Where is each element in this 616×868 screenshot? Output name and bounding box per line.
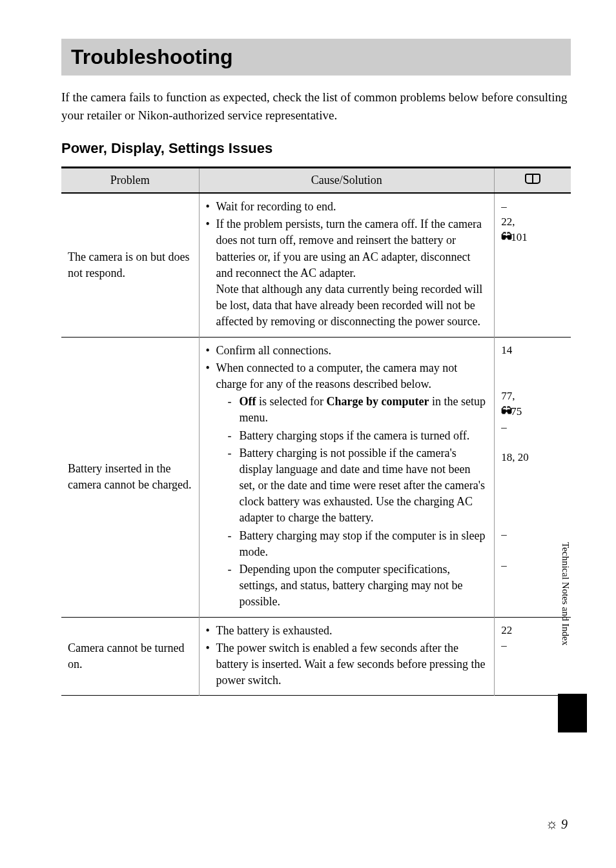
page-number: ☼9 xyxy=(546,816,568,833)
ref-value xyxy=(501,511,564,527)
cause-item: Wait for recording to end. xyxy=(206,199,488,215)
link-icon: 🕶 xyxy=(501,231,511,243)
cause-sub-item: Battery charging stops if the camera is … xyxy=(228,428,488,444)
troubleshooting-table: Problem Cause/Solution The camera is on … xyxy=(61,167,571,696)
cause-sub-item: Depending upon the computer specificatio… xyxy=(228,561,488,611)
cause-item: If the problem persists, turn the camera… xyxy=(206,216,488,330)
section-title: Power, Display, Settings Issues xyxy=(61,140,571,157)
side-tab: Technical Notes and Index xyxy=(551,542,571,736)
link-icon: 🕶 xyxy=(501,405,511,418)
table-row: The camera is on but does not respond. W… xyxy=(61,193,571,337)
problem-cell: Camera cannot be turned on. xyxy=(61,617,199,696)
ref-value: 77, xyxy=(501,389,564,404)
ref-value: 22, xyxy=(501,214,564,230)
ref-value: 🕶75 xyxy=(501,404,564,419)
ref-value: 14 xyxy=(501,343,564,358)
cause-sub-item: Battery charging is not possible if the … xyxy=(228,445,488,527)
ref-value xyxy=(501,373,564,389)
cause-item: When connected to a computer, the camera… xyxy=(206,360,488,611)
ref-value xyxy=(501,465,564,481)
cause-item: The power switch is enabled a few second… xyxy=(206,640,488,689)
side-tab-block xyxy=(558,694,587,732)
book-icon xyxy=(525,174,540,184)
cause-item: Confirm all connections. xyxy=(206,343,488,359)
page-title: Troubleshooting xyxy=(61,39,571,76)
ref-value xyxy=(501,496,564,512)
ref-value xyxy=(501,481,564,496)
sun-icon: ☼ xyxy=(546,816,559,833)
intro-text: If the camera fails to function as expec… xyxy=(61,88,571,124)
header-cause: Cause/Solution xyxy=(199,168,495,194)
ref-value: – xyxy=(501,527,564,542)
cause-sub-item: Battery charging may stop if the compute… xyxy=(228,528,488,560)
ref-value: 🕶101 xyxy=(501,230,564,245)
ref-value xyxy=(501,358,564,373)
table-row: Camera cannot be turned on. The battery … xyxy=(61,617,571,696)
header-reference xyxy=(495,168,571,194)
ref-value: – xyxy=(501,199,564,214)
cause-cell: The battery is exhausted. The power swit… xyxy=(199,617,495,696)
ref-value xyxy=(501,434,564,450)
side-tab-label: Technical Notes and Index xyxy=(558,542,571,684)
cause-item: The battery is exhausted. xyxy=(206,623,488,639)
problem-cell: Battery inserted in the camera cannot be… xyxy=(61,337,199,617)
cause-cell: Wait for recording to end. If the proble… xyxy=(199,193,495,337)
ref-value: 18, 20 xyxy=(501,450,564,465)
reference-cell: – 22, 🕶101 xyxy=(495,193,571,337)
ref-value: – xyxy=(501,419,564,435)
header-problem: Problem xyxy=(61,168,199,194)
table-row: Battery inserted in the camera cannot be… xyxy=(61,337,571,617)
problem-cell: The camera is on but does not respond. xyxy=(61,193,199,337)
cause-sub-item: Off is selected for Charge by computer i… xyxy=(228,394,488,426)
cause-cell: Confirm all connections. When connected … xyxy=(199,337,495,617)
